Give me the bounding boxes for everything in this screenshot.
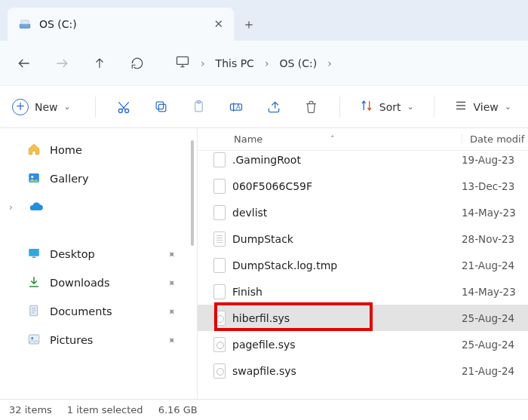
column-date[interactable]: Date modif	[462, 133, 528, 145]
back-button[interactable]	[15, 54, 33, 72]
pin-icon: ✦	[164, 247, 178, 261]
breadcrumb: › This PC › OS (C:) ›	[175, 54, 332, 72]
svg-rect-6	[157, 102, 164, 109]
share-button[interactable]	[260, 95, 287, 119]
up-button[interactable]	[91, 54, 109, 72]
sidebar-item-gallery[interactable]: Gallery	[0, 164, 197, 193]
column-name[interactable]: Name	[234, 133, 262, 145]
cloud-icon	[29, 199, 44, 216]
view-button[interactable]: View ⌄	[450, 99, 516, 115]
paste-button[interactable]	[186, 95, 213, 119]
drive-icon	[18, 17, 32, 31]
desktop-icon	[27, 247, 41, 262]
svg-point-3	[119, 109, 123, 112]
active-tab[interactable]: OS (C:) ✕	[8, 8, 234, 41]
file-name: hiberfil.sys	[232, 312, 462, 324]
file-row[interactable]: Finish 14-May-23	[198, 278, 528, 305]
file-icon	[213, 284, 226, 299]
svg-rect-2	[177, 57, 189, 64]
file-date: 28-Nov-23	[462, 233, 528, 245]
close-tab-icon[interactable]: ✕	[213, 17, 223, 31]
sidebar-label: Documents	[50, 305, 112, 317]
file-date: 25-Aug-24	[462, 312, 528, 324]
sidebar-item-onedrive[interactable]: ›	[0, 193, 197, 222]
file-row[interactable]: pagefile.sys 25-Aug-24	[198, 331, 528, 357]
file-name: swapfile.sys	[232, 365, 462, 377]
chevron-right-icon[interactable]: ›	[327, 57, 332, 69]
file-icon	[213, 337, 226, 352]
sidebar-scrollbar[interactable]	[191, 140, 194, 246]
file-name: Finish	[232, 286, 462, 298]
svg-point-17	[31, 337, 33, 339]
file-icon	[213, 311, 226, 326]
tab-title: OS (C:)	[39, 18, 206, 30]
breadcrumb-this-pc[interactable]: This PC	[216, 57, 254, 69]
rename-button[interactable]: A	[223, 95, 250, 119]
sort-button[interactable]: Sort ⌄	[355, 99, 419, 115]
sidebar-label: Desktop	[50, 248, 95, 260]
sidebar-label: Gallery	[50, 173, 89, 185]
monitor-icon[interactable]	[175, 54, 190, 72]
copy-button[interactable]	[148, 95, 175, 119]
delete-button[interactable]	[297, 95, 324, 119]
file-icon	[213, 231, 226, 247]
file-name: DumpStack	[232, 233, 462, 245]
sidebar-item-downloads[interactable]: Downloads ✦	[0, 268, 197, 297]
sidebar-item-desktop[interactable]: Desktop ✦	[0, 240, 197, 268]
status-selection: 1 item selected	[67, 404, 143, 415]
status-size: 6.16 GB	[158, 404, 198, 415]
new-label: New	[35, 101, 58, 113]
file-icon	[213, 152, 226, 167]
separator	[339, 97, 340, 118]
svg-rect-5	[159, 104, 167, 112]
file-row[interactable]: 060F5066C59F 13-Dec-23	[198, 173, 528, 199]
svg-point-12	[31, 176, 33, 178]
cut-button[interactable]	[111, 95, 138, 119]
file-date: 21-Aug-24	[462, 365, 528, 377]
refresh-button[interactable]	[128, 54, 146, 72]
new-tab-button[interactable]: ＋	[234, 8, 264, 41]
file-row[interactable]: DumpStack 28-Nov-23	[198, 225, 528, 252]
file-date: 13-Dec-23	[462, 180, 528, 192]
home-icon	[27, 143, 41, 158]
file-date: 19-Aug-23	[462, 154, 528, 166]
breadcrumb-location[interactable]: OS (C:)	[280, 57, 318, 69]
plus-circle-icon: +	[12, 99, 29, 115]
chevron-right-icon[interactable]: ›	[265, 57, 269, 69]
list-icon	[454, 99, 468, 115]
file-date: 14-May-23	[462, 207, 528, 219]
pin-icon: ✦	[164, 276, 178, 290]
sidebar-item-documents[interactable]: Documents ✦	[0, 297, 197, 326]
svg-rect-13	[29, 249, 39, 256]
file-icon	[213, 179, 226, 194]
tab-bar: OS (C:) ✕ ＋	[0, 0, 528, 41]
file-row[interactable]: .GamingRoot 19-Aug-23	[198, 146, 528, 173]
svg-rect-1	[21, 20, 29, 24]
file-date: 21-Aug-24	[462, 259, 528, 271]
sidebar-item-pictures[interactable]: Pictures ✦	[0, 326, 197, 354]
chevron-down-icon: ⌄	[407, 102, 414, 112]
file-row[interactable]: DumpStack.log.tmp 21-Aug-24	[198, 252, 528, 278]
file-row[interactable]: swapfile.sys 21-Aug-24	[198, 357, 528, 384]
file-list: Name ˄ Date modif .GamingRoot 19-Aug-23 …	[198, 128, 528, 399]
svg-text:A: A	[236, 103, 241, 111]
forward-button[interactable]	[53, 54, 71, 72]
svg-rect-16	[29, 335, 39, 344]
chevron-right-icon[interactable]: ›	[201, 57, 205, 69]
downloads-icon	[27, 275, 41, 291]
file-name: 060F5066C59F	[232, 180, 462, 192]
file-date: 14-May-23	[462, 286, 528, 298]
pin-icon: ✦	[164, 305, 178, 318]
new-button[interactable]: + New ⌄	[12, 99, 80, 115]
view-label: View	[474, 101, 499, 113]
svg-rect-14	[32, 256, 36, 258]
command-bar: + New ⌄ A Sort ⌄ View ⌄	[0, 86, 528, 128]
chevron-right-icon[interactable]: ›	[9, 202, 20, 213]
sidebar-item-home[interactable]: Home	[0, 136, 197, 164]
file-row-selected[interactable]: hiberfil.sys 25-Aug-24	[198, 305, 528, 331]
file-name: DumpStack.log.tmp	[232, 259, 462, 271]
content-area: Home Gallery › Desktop ✦ Downloads ✦ Doc…	[0, 128, 528, 399]
file-icon	[213, 258, 226, 273]
nav-bar: › This PC › OS (C:) ›	[0, 41, 528, 86]
file-row[interactable]: devlist 14-May-23	[198, 199, 528, 225]
